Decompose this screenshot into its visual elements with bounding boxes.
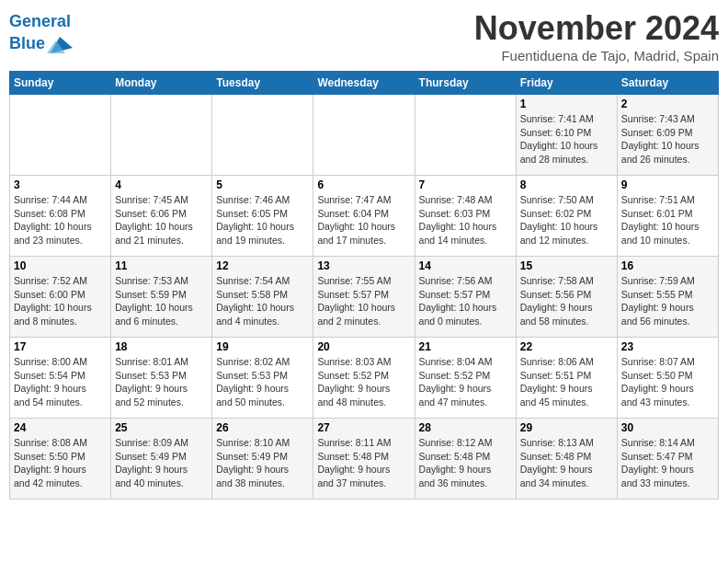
day-number: 19: [216, 340, 309, 353]
day-number: 25: [115, 421, 208, 434]
day-number: 20: [317, 340, 410, 353]
calendar-week-3: 10Sunrise: 7:52 AMSunset: 6:00 PMDayligh…: [10, 257, 719, 338]
location-title: Fuentiduena de Tajo, Madrid, Spain: [474, 48, 719, 63]
day-info: Sunrise: 7:45 AMSunset: 6:06 PMDaylight:…: [115, 193, 208, 247]
day-info: Sunrise: 7:47 AMSunset: 6:04 PMDaylight:…: [317, 193, 410, 247]
calendar-cell: 17Sunrise: 8:00 AMSunset: 5:54 PMDayligh…: [10, 338, 111, 419]
month-title: November 2024: [474, 9, 719, 48]
day-number: 26: [216, 421, 309, 434]
day-info: Sunrise: 7:43 AMSunset: 6:09 PMDaylight:…: [621, 112, 714, 167]
day-number: 2: [621, 98, 714, 110]
calendar-cell: 30Sunrise: 8:14 AMSunset: 5:47 PMDayligh…: [617, 419, 718, 500]
calendar-cell: 12Sunrise: 7:54 AMSunset: 5:58 PMDayligh…: [212, 257, 313, 338]
calendar-cell: 1Sunrise: 7:41 AMSunset: 6:10 PMDaylight…: [516, 95, 617, 176]
day-info: Sunrise: 8:03 AMSunset: 5:52 PMDaylight:…: [317, 355, 410, 409]
calendar-cell: 25Sunrise: 8:09 AMSunset: 5:49 PMDayligh…: [111, 419, 212, 500]
day-number: 7: [419, 178, 512, 191]
day-info: Sunrise: 8:04 AMSunset: 5:52 PMDaylight:…: [419, 355, 512, 409]
calendar-cell: 20Sunrise: 8:03 AMSunset: 5:52 PMDayligh…: [313, 338, 415, 419]
day-number: 9: [621, 178, 714, 191]
day-info: Sunrise: 8:09 AMSunset: 5:49 PMDaylight:…: [115, 436, 208, 490]
day-number: 6: [317, 178, 410, 191]
calendar-cell: [212, 95, 313, 176]
calendar-cell: 27Sunrise: 8:11 AMSunset: 5:48 PMDayligh…: [313, 419, 415, 500]
logo-blue: Blue: [9, 35, 45, 53]
day-info: Sunrise: 7:51 AMSunset: 6:01 PMDaylight:…: [621, 193, 714, 247]
day-info: Sunrise: 7:52 AMSunset: 6:00 PMDaylight:…: [14, 274, 107, 328]
calendar-cell: 29Sunrise: 8:13 AMSunset: 5:48 PMDayligh…: [516, 419, 617, 500]
page-header: General Blue November 2024 Fuentiduena d…: [9, 9, 719, 63]
day-info: Sunrise: 8:14 AMSunset: 5:47 PMDaylight:…: [621, 436, 714, 490]
calendar-cell: 6Sunrise: 7:47 AMSunset: 6:04 PMDaylight…: [313, 176, 415, 257]
day-number: 1: [520, 98, 613, 110]
day-info: Sunrise: 8:08 AMSunset: 5:50 PMDaylight:…: [14, 436, 107, 490]
calendar-cell: 24Sunrise: 8:08 AMSunset: 5:50 PMDayligh…: [10, 419, 111, 500]
header-day-sunday: Sunday: [10, 72, 111, 95]
header-day-saturday: Saturday: [617, 72, 718, 95]
day-number: 29: [520, 421, 613, 434]
day-info: Sunrise: 7:58 AMSunset: 5:56 PMDaylight:…: [520, 274, 613, 328]
day-info: Sunrise: 8:02 AMSunset: 5:53 PMDaylight:…: [216, 355, 309, 409]
calendar-week-1: 1Sunrise: 7:41 AMSunset: 6:10 PMDaylight…: [10, 95, 719, 176]
logo-general: General: [9, 12, 71, 30]
calendar-cell: [111, 95, 212, 176]
day-info: Sunrise: 8:11 AMSunset: 5:48 PMDaylight:…: [317, 436, 410, 490]
day-info: Sunrise: 7:46 AMSunset: 6:05 PMDaylight:…: [216, 193, 309, 247]
day-number: 17: [14, 340, 107, 353]
calendar-cell: 3Sunrise: 7:44 AMSunset: 6:08 PMDaylight…: [10, 176, 111, 257]
day-info: Sunrise: 7:55 AMSunset: 5:57 PMDaylight:…: [317, 274, 410, 328]
calendar-cell: 5Sunrise: 7:46 AMSunset: 6:05 PMDaylight…: [212, 176, 313, 257]
day-number: 4: [115, 178, 208, 191]
day-number: 24: [14, 421, 107, 434]
day-number: 16: [621, 259, 714, 272]
calendar-cell: [415, 95, 516, 176]
calendar-week-2: 3Sunrise: 7:44 AMSunset: 6:08 PMDaylight…: [10, 176, 719, 257]
calendar-cell: 21Sunrise: 8:04 AMSunset: 5:52 PMDayligh…: [415, 338, 516, 419]
calendar-cell: 18Sunrise: 8:01 AMSunset: 5:53 PMDayligh…: [111, 338, 212, 419]
calendar-cell: 22Sunrise: 8:06 AMSunset: 5:51 PMDayligh…: [516, 338, 617, 419]
calendar-cell: 28Sunrise: 8:12 AMSunset: 5:48 PMDayligh…: [415, 419, 516, 500]
day-number: 5: [216, 178, 309, 191]
day-number: 30: [621, 421, 714, 434]
day-number: 15: [520, 259, 613, 272]
day-info: Sunrise: 7:59 AMSunset: 5:55 PMDaylight:…: [621, 274, 714, 328]
calendar-cell: 7Sunrise: 7:48 AMSunset: 6:03 PMDaylight…: [415, 176, 516, 257]
day-number: 12: [216, 259, 309, 272]
calendar-header-row: SundayMondayTuesdayWednesdayThursdayFrid…: [10, 72, 719, 95]
day-number: 23: [621, 340, 714, 353]
day-info: Sunrise: 7:44 AMSunset: 6:08 PMDaylight:…: [14, 193, 107, 247]
day-number: 27: [317, 421, 410, 434]
calendar-week-4: 17Sunrise: 8:00 AMSunset: 5:54 PMDayligh…: [10, 338, 719, 419]
header-day-friday: Friday: [516, 72, 617, 95]
day-number: 21: [419, 340, 512, 353]
calendar-cell: 13Sunrise: 7:55 AMSunset: 5:57 PMDayligh…: [313, 257, 415, 338]
calendar-cell: 16Sunrise: 7:59 AMSunset: 5:55 PMDayligh…: [617, 257, 718, 338]
calendar-table: SundayMondayTuesdayWednesdayThursdayFrid…: [9, 71, 719, 500]
calendar-cell: 9Sunrise: 7:51 AMSunset: 6:01 PMDaylight…: [617, 176, 718, 257]
day-number: 11: [115, 259, 208, 272]
day-number: 28: [419, 421, 512, 434]
logo: General Blue: [9, 13, 73, 57]
calendar-cell: [313, 95, 415, 176]
day-info: Sunrise: 7:56 AMSunset: 5:57 PMDaylight:…: [419, 274, 512, 328]
day-number: 8: [520, 178, 613, 191]
calendar-week-5: 24Sunrise: 8:08 AMSunset: 5:50 PMDayligh…: [10, 419, 719, 500]
calendar-cell: 15Sunrise: 7:58 AMSunset: 5:56 PMDayligh…: [516, 257, 617, 338]
day-info: Sunrise: 8:06 AMSunset: 5:51 PMDaylight:…: [520, 355, 613, 409]
day-number: 13: [317, 259, 410, 272]
calendar-cell: 8Sunrise: 7:50 AMSunset: 6:02 PMDaylight…: [516, 176, 617, 257]
day-number: 14: [419, 259, 512, 272]
day-info: Sunrise: 8:00 AMSunset: 5:54 PMDaylight:…: [14, 355, 107, 409]
header-day-tuesday: Tuesday: [212, 72, 313, 95]
calendar-cell: 14Sunrise: 7:56 AMSunset: 5:57 PMDayligh…: [415, 257, 516, 338]
header-day-monday: Monday: [111, 72, 212, 95]
day-number: 22: [520, 340, 613, 353]
day-info: Sunrise: 7:41 AMSunset: 6:10 PMDaylight:…: [520, 112, 613, 167]
calendar-cell: 2Sunrise: 7:43 AMSunset: 6:09 PMDaylight…: [617, 95, 718, 176]
day-info: Sunrise: 7:48 AMSunset: 6:03 PMDaylight:…: [419, 193, 512, 247]
day-number: 18: [115, 340, 208, 353]
calendar-cell: 23Sunrise: 8:07 AMSunset: 5:50 PMDayligh…: [617, 338, 718, 419]
day-info: Sunrise: 7:50 AMSunset: 6:02 PMDaylight:…: [520, 193, 613, 247]
day-number: 10: [14, 259, 107, 272]
day-info: Sunrise: 7:54 AMSunset: 5:58 PMDaylight:…: [216, 274, 309, 328]
